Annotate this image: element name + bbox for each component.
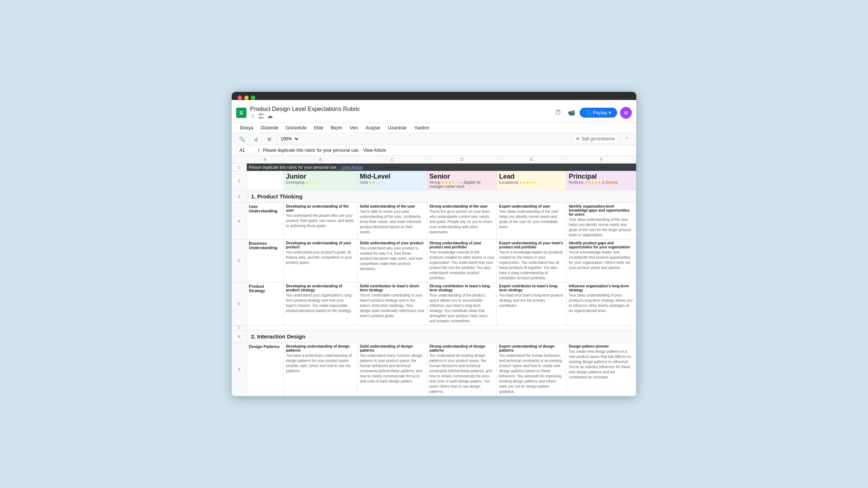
lead-biz-desc: You're a knowledge-leader for products c…	[499, 250, 564, 281]
meet-icon[interactable]: 📹	[566, 108, 577, 118]
mid-subtitle: Solid ★★☆☆☆	[360, 180, 424, 184]
cell-a2[interactable]	[246, 171, 284, 190]
zoom-select[interactable]: 100%	[277, 135, 300, 143]
row-num-9: 9	[232, 343, 246, 396]
cell-a1-tooltip[interactable]: Please duplicate this rubric for your pe…	[246, 164, 636, 171]
senior-biz-title: Strong understanding of your product and…	[430, 241, 494, 249]
cell-e2[interactable]: Lead Exceptional ★★★★★	[497, 171, 566, 190]
cell-reference[interactable]: A1	[236, 147, 255, 154]
cell-b9[interactable]: Developing understanding of design patte…	[284, 343, 357, 396]
view-mode-button[interactable]: 👁 Salt görüntüleme	[572, 134, 619, 143]
cell-d6[interactable]: Strong contribution to team's long-term …	[427, 283, 497, 326]
lead-dp-desc: You understand the human behaviors and t…	[499, 353, 564, 394]
skill-design-patterns[interactable]: Design Patterns	[246, 343, 284, 396]
senior-user-desc: You're the go-to person on your team who…	[430, 209, 494, 235]
corner-header	[232, 156, 246, 164]
cell-c4[interactable]: Solid understanding of the user You're a…	[357, 203, 427, 240]
document-title: Product Design Level Expectations Rubric	[250, 106, 360, 112]
skill-business-understanding[interactable]: Business Understanding	[246, 240, 284, 283]
skill-name: Business Understanding	[249, 241, 281, 250]
cell-f4[interactable]: Identify organization-level knowledge ga…	[566, 203, 636, 240]
cloud-icon: ☁	[267, 112, 273, 119]
menu-veri[interactable]: Veri	[346, 123, 362, 133]
cell-c6[interactable]: Solid contribution to team's short-term …	[357, 283, 427, 326]
close-dot[interactable]	[238, 96, 242, 100]
menu-goruntule[interactable]: Görüntüle	[282, 123, 310, 133]
row-num-1: 1	[232, 164, 246, 171]
cell-d9[interactable]: Strong understanding of design patterns …	[427, 343, 497, 396]
skill-user-understanding[interactable]: User Understanding	[246, 203, 284, 240]
col-header-a[interactable]: A	[246, 156, 284, 164]
cell-e9[interactable]: Expert understanding of design patterns …	[497, 343, 566, 396]
star-icon[interactable]: ☆	[250, 112, 255, 119]
mid-biz-desc: You understand why your product is creat…	[360, 246, 424, 272]
level-lead-header: Lead	[499, 173, 564, 180]
table-row: 7	[232, 326, 636, 330]
table-row: 5 Business Understanding Developing an u…	[232, 240, 636, 283]
lead-subtitle: Exceptional ★★★★★	[499, 180, 564, 184]
cell-c5[interactable]: Solid understanding of your product You …	[357, 240, 427, 283]
section-1-title[interactable]: 1. Product Thinking	[246, 190, 636, 203]
cell-e5[interactable]: Expert understanding of your team's prod…	[497, 240, 566, 283]
menu-ekle[interactable]: Ekle	[310, 123, 327, 133]
mid-biz-title: Solid understanding of your product	[360, 241, 424, 245]
menu-duzenle[interactable]: Düzenle	[257, 123, 282, 133]
move-icon[interactable]: ⛱	[258, 113, 264, 119]
cell-a7[interactable]	[246, 326, 636, 330]
skill-product-strategy[interactable]: Product Strategy	[246, 283, 284, 326]
table-row: 6 Product Strategy Developing an underst…	[232, 283, 636, 326]
cell-d5[interactable]: Strong understanding of your product and…	[427, 240, 497, 283]
format-button[interactable]: ⊞	[264, 135, 274, 143]
minimize-dot[interactable]	[244, 96, 249, 100]
maximize-dot[interactable]	[251, 96, 255, 100]
cell-c2[interactable]: Mid-Level Solid ★★☆☆☆	[357, 171, 427, 190]
senior-dp-title: Strong understanding of design patterns	[430, 344, 494, 352]
print-button[interactable]: 🖨	[251, 135, 262, 143]
share-button[interactable]: 🌐 Paylaş ▾	[580, 108, 617, 118]
col-header-c[interactable]: C	[357, 156, 427, 164]
header-right: ⏱ 📹 🌐 Paylaş ▾ U	[553, 107, 632, 119]
principal-strat-title: Influence organization's long-term strat…	[569, 284, 634, 292]
col-header-b[interactable]: B	[284, 156, 357, 164]
cell-b5[interactable]: Developing an understanding of your prod…	[284, 240, 357, 283]
col-header-e[interactable]: E	[497, 156, 566, 164]
cell-e6[interactable]: Expert contributor to team's long-term s…	[497, 283, 566, 326]
history-icon[interactable]: ⏱	[553, 108, 563, 118]
cell-f5[interactable]: Identify product gaps and opportunities …	[566, 240, 636, 283]
cell-f9[interactable]: Design pattern pioneer You create new de…	[566, 343, 636, 396]
table-row: 4 User Understanding Developing an under…	[232, 203, 636, 240]
cell-e4[interactable]: Expert understanding of user Your deep u…	[497, 203, 566, 240]
menu-bicim[interactable]: Biçim	[327, 123, 346, 133]
menu-dosya[interactable]: Dosya	[236, 123, 257, 133]
mid-strat-desc: You're comfortable contributing to your …	[360, 293, 424, 319]
menu-yardim[interactable]: Yardım	[410, 123, 433, 133]
view-article-link[interactable]: · View Article	[340, 165, 363, 169]
cell-b6[interactable]: Developing an understanding of product s…	[284, 283, 357, 326]
search-button[interactable]: 🔍	[236, 135, 248, 143]
section-1-header-row: 3 1. Product Thinking	[232, 190, 636, 203]
cell-b4[interactable]: Developing an understanding of the user …	[284, 203, 357, 240]
logo-letter: S	[239, 110, 243, 116]
cell-d2[interactable]: Senior Strong ★★★★☆ — Eligible for manag…	[427, 171, 497, 190]
junior-dp-title: Developing understanding of design patte…	[286, 344, 355, 352]
avatar[interactable]: U	[620, 107, 632, 119]
cell-c9[interactable]: Solid understanding of design patterns Y…	[357, 343, 427, 396]
lead-biz-title: Expert understanding of your team's prod…	[499, 241, 564, 249]
cell-f2[interactable]: Principal Redfines ★★★★★ & Beyond	[566, 171, 636, 190]
section-2-title[interactable]: 2. Interaction Design	[246, 330, 636, 343]
cell-b2[interactable]: Junior Developing ★☆☆☆☆	[284, 171, 357, 190]
mid-strat-title: Solid contribution to team's short-term …	[360, 284, 424, 292]
senior-dp-desc: You understand all existing design patte…	[430, 353, 494, 394]
col-header-f[interactable]: F	[566, 156, 636, 164]
collapse-button[interactable]: ⌃	[622, 135, 632, 143]
sheet-table: A B C D E F 1 Please duplicate this rubr…	[232, 156, 636, 396]
formula-equals: ƒ	[257, 148, 260, 153]
cell-d4[interactable]: Strong understanding of the user You're …	[427, 203, 497, 240]
menu-uzantilar[interactable]: Uzantılar	[384, 123, 410, 133]
row-num-6: 6	[232, 283, 246, 326]
col-header-d[interactable]: D	[427, 156, 497, 164]
junior-strat-title: Developing an understanding of product s…	[286, 284, 355, 292]
section-2-header-row: 8 2. Interaction Design	[232, 330, 636, 343]
menu-araclar[interactable]: Araçlar	[362, 123, 384, 133]
cell-f6[interactable]: Influence organization's long-term strat…	[566, 283, 636, 326]
